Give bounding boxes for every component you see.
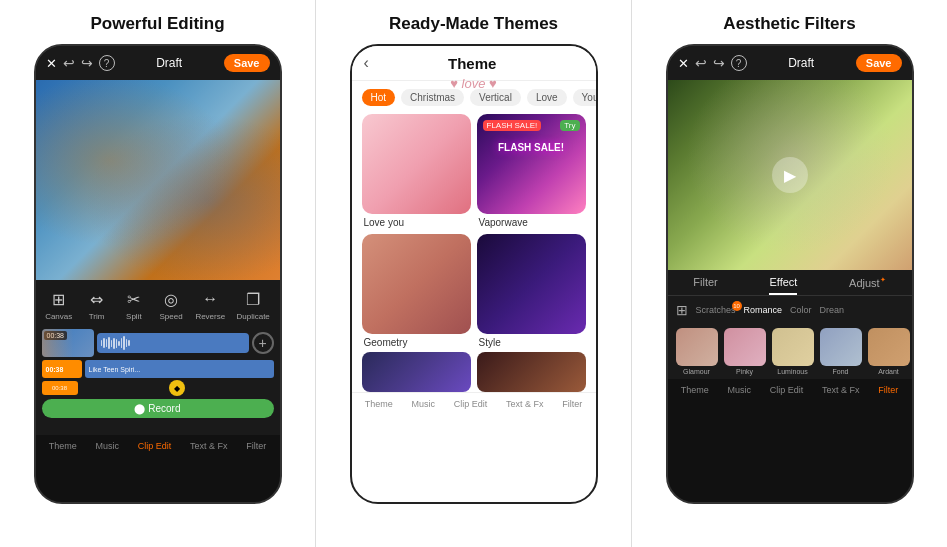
filter-dream[interactable]: Drean xyxy=(820,305,845,315)
pinky-label: Pinky xyxy=(736,368,753,375)
nav-music[interactable]: Music xyxy=(96,441,120,451)
ph3-nav-text-fx[interactable]: Text & Fx xyxy=(822,385,860,395)
ph3-nav-clip-edit[interactable]: Clip Edit xyxy=(770,385,804,395)
close-icon-3[interactable]: ✕ xyxy=(678,56,689,71)
help-icon[interactable]: ? xyxy=(99,55,115,71)
theme-img-vaporwave: FLASH SALE! Try xyxy=(477,114,586,214)
wave-bar xyxy=(111,340,113,347)
wave-bar xyxy=(121,338,123,348)
filter-color[interactable]: Color xyxy=(790,305,812,315)
trim-label: Trim xyxy=(89,312,105,321)
theme-img-geometry xyxy=(362,234,471,334)
theme-card-geometry[interactable]: Geometry xyxy=(362,234,471,348)
ph3-nav-filter[interactable]: Filter xyxy=(878,385,898,395)
help-icon-3[interactable]: ? xyxy=(731,55,747,71)
save-button[interactable]: Save xyxy=(224,54,270,72)
filter-ardant[interactable]: Ardant xyxy=(868,328,910,375)
filter-scratches[interactable]: Scratches 10 xyxy=(696,305,736,315)
toolbar: ⊞ Canvas ⇔ Trim ✂ Split ◎ Speed ↔ Reve xyxy=(36,280,280,325)
ph2-nav-theme[interactable]: Theme xyxy=(365,399,393,409)
small-clip[interactable]: 00:38 xyxy=(42,381,78,395)
ph3-nav-music[interactable]: Music xyxy=(728,385,752,395)
luminous-label: Luminous xyxy=(777,368,807,375)
section-ready-made-themes: Ready-Made Themes ‹ Theme Hot Christmas … xyxy=(316,0,632,547)
fond-thumb xyxy=(820,328,862,366)
wave-bar xyxy=(123,336,125,350)
ph2-nav-clip-edit[interactable]: Clip Edit xyxy=(454,399,488,409)
save-button-3[interactable]: Save xyxy=(856,54,902,72)
ardant-thumb xyxy=(868,328,910,366)
theme-card-vaporwave[interactable]: FLASH SALE! Try Vaporwave xyxy=(477,114,586,228)
theme-img-love xyxy=(362,114,471,214)
filter-pinky[interactable]: Pinky xyxy=(724,328,766,375)
video-preview xyxy=(36,80,280,280)
orange-clip[interactable]: 00:38 xyxy=(42,360,82,378)
section-title-2: Ready-Made Themes xyxy=(389,14,558,34)
tool-duplicate[interactable]: ❐ Duplicate xyxy=(236,288,269,321)
theme-grid: Love you FLASH SALE! Try Vaporwave Geome… xyxy=(352,114,596,348)
video-overlay xyxy=(36,80,280,280)
ph3-nav-theme[interactable]: Theme xyxy=(681,385,709,395)
timeline-row-3: 00:38 ◆ xyxy=(42,381,274,395)
filter-love[interactable]: Love xyxy=(527,89,567,106)
flash-sale-badge: FLASH SALE! xyxy=(483,120,542,131)
wave-bar xyxy=(126,339,128,347)
theme-label-geometry: Geometry xyxy=(362,337,471,348)
wave-bar xyxy=(113,338,115,349)
ph2-nav-music[interactable]: Music xyxy=(412,399,436,409)
close-icon[interactable]: ✕ xyxy=(46,56,57,71)
tool-canvas[interactable]: ⊞ Canvas xyxy=(45,288,72,321)
draft-label: Draft xyxy=(121,56,218,70)
nav-filter[interactable]: Filter xyxy=(246,441,266,451)
redo-icon-3[interactable]: ↪ xyxy=(713,55,725,71)
tool-speed[interactable]: ◎ Speed xyxy=(158,288,184,321)
wave-bar xyxy=(106,339,108,347)
nav-text-fx[interactable]: Text & Fx xyxy=(190,441,228,451)
theme-label-vaporwave: Vaporwave xyxy=(477,217,586,228)
pinky-thumb xyxy=(724,328,766,366)
ph2-nav-text-fx[interactable]: Text & Fx xyxy=(506,399,544,409)
tab-adjust[interactable]: Adjust✦ xyxy=(849,276,886,295)
filter-hot[interactable]: Hot xyxy=(362,89,396,106)
timeline-row-1: 00:38 xyxy=(42,329,274,357)
filter-fond[interactable]: Fond xyxy=(820,328,862,375)
fond-label: Fond xyxy=(833,368,849,375)
filter-list: Glamour Pinky Luminous Fond Ardant xyxy=(668,324,912,379)
wave-bar xyxy=(101,340,103,346)
reverse-icon: ↔ xyxy=(197,288,223,310)
nav-theme[interactable]: Theme xyxy=(49,441,77,451)
theme-label-love: Love you xyxy=(362,217,471,228)
tool-trim[interactable]: ⇔ Trim xyxy=(84,288,110,321)
tab-effect[interactable]: Effect xyxy=(769,276,797,295)
theme-card-style[interactable]: Style xyxy=(477,234,586,348)
theme-card-love[interactable]: Love you xyxy=(362,114,471,228)
redo-icon[interactable]: ↪ xyxy=(81,55,93,71)
duplicate-icon: ❐ xyxy=(240,288,266,310)
back-button[interactable]: ‹ xyxy=(364,54,369,72)
filter-vertical[interactable]: Vertical xyxy=(470,89,521,106)
audio-track[interactable]: Like Teen Spiri... xyxy=(85,360,274,378)
filter-romance[interactable]: Romance xyxy=(744,305,783,315)
nav-clip-edit[interactable]: Clip Edit xyxy=(138,441,172,451)
section-powerful-editing: Powerful Editing ✕ ↩ ↪ ? Draft Save ⊞ Ca… xyxy=(0,0,316,547)
wave-bar xyxy=(128,340,130,346)
undo-icon[interactable]: ↩ xyxy=(63,55,75,71)
add-clip-button[interactable]: + xyxy=(252,332,274,354)
undo-icon-3[interactable]: ↩ xyxy=(695,55,707,71)
tool-split[interactable]: ✂ Split xyxy=(121,288,147,321)
play-button[interactable]: ▶ xyxy=(772,157,808,193)
filter-glamour[interactable]: Glamour xyxy=(676,328,718,375)
tab-filter[interactable]: Filter xyxy=(693,276,717,295)
filter-tabs: Filter Effect Adjust✦ xyxy=(668,270,912,296)
filter-luminous[interactable]: Luminous xyxy=(772,328,814,375)
split-label: Split xyxy=(126,312,142,321)
canvas-icon: ⊞ xyxy=(46,288,72,310)
ph2-nav-filter[interactable]: Filter xyxy=(562,399,582,409)
record-button[interactable]: ⬤ Record xyxy=(42,399,274,418)
audio-clip[interactable] xyxy=(97,333,249,353)
wave-bar xyxy=(118,341,120,346)
canvas-label: Canvas xyxy=(45,312,72,321)
filter-christmas[interactable]: Christmas xyxy=(401,89,464,106)
tool-reverse[interactable]: ↔ Reverse xyxy=(195,288,225,321)
filter-youtube[interactable]: YouT xyxy=(573,89,596,106)
